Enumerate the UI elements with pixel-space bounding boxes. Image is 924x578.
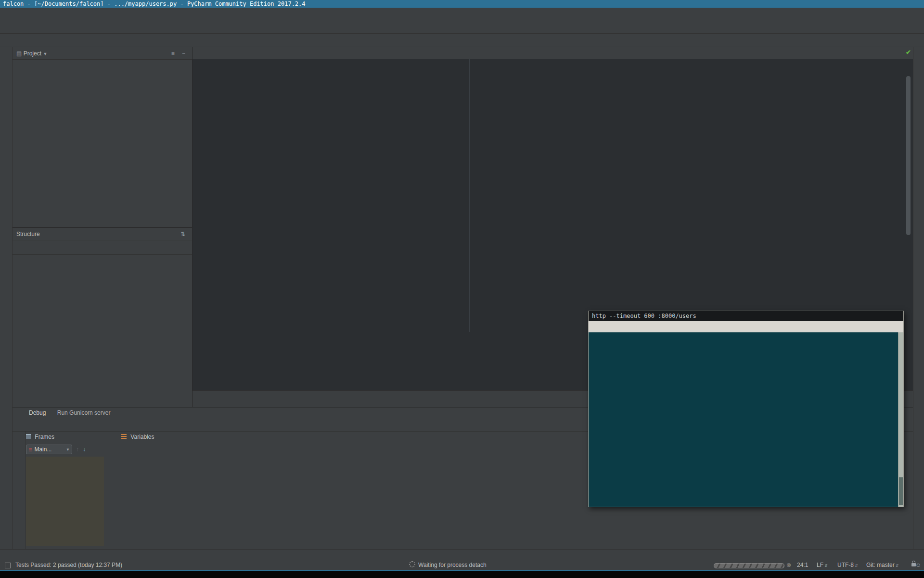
toolwindow-toggle-icon[interactable] [5,563,11,568]
line-ending[interactable]: LF⇵ [817,560,828,571]
terminal-menu [589,321,903,332]
variables-title: Variables [130,434,154,440]
frames-panel: Frames ≣ Main... ▼ ↑ ↓ [26,432,104,549]
watches-toolbar [107,432,118,549]
tests-status[interactable]: Tests Passed: 2 passed (today 12:37 PM) [15,560,122,570]
terminal-window[interactable]: http --timeout 600 :8000/users [588,311,904,507]
debug-run-config-label: Run Gunicorn server [57,409,111,416]
terminal-scrollbar[interactable] [898,332,903,507]
editor-tabs [192,47,913,59]
frame-up-icon[interactable]: ↑ [76,446,79,453]
frames-icon [26,434,31,439]
project-panel: ▤ Project ▼ ≡ − [13,47,192,227]
variables-icon [121,434,127,439]
structure-expand-icon[interactable]: ⇅ [180,228,188,240]
menu-bar [0,8,924,18]
structure-panel-header[interactable]: Structure ⇅ [13,228,192,240]
spinner-icon [409,561,415,567]
thread-selector[interactable]: ≣ Main... ▼ [26,445,72,454]
progress-bar [714,563,784,568]
right-margin-guide [469,59,470,332]
status-bar: Tests Passed: 2 passed (today 12:37 PM) … [0,560,924,570]
frame-down-icon[interactable]: ↓ [83,446,86,453]
project-panel-header[interactable]: ▤ Project ▼ ≡ − [13,47,192,60]
thread-icon: ≣ [28,447,32,452]
terminal-title[interactable]: http --timeout 600 :8000/users [589,311,903,321]
left-tool-stripe [0,47,13,549]
project-panel-icon: ▤ [16,50,24,57]
pycharm-window: falcon - [~/Documents/falcon] - .../myap… [0,0,924,578]
frames-title: Frames [35,434,54,440]
process-status: Waiting for process detach [418,562,487,568]
inspections-ok-icon[interactable]: ✔ [906,49,911,56]
debug-left-toolbar [13,432,26,549]
breadcrumb [0,34,924,47]
structure-panel: Structure ⇅ [13,227,192,407]
terminal-output[interactable] [589,332,898,507]
structure-panel-title: Structure [16,231,40,237]
system-taskbar [0,571,924,578]
caret-position[interactable]: 24:1 [797,560,808,570]
git-branch[interactable]: Git: master⇵ [866,560,898,571]
tool-window-bar [0,549,924,560]
right-tool-stripe [913,47,924,549]
structure-toolbar [13,240,192,255]
hector-icon[interactable]: ☺ [915,560,921,570]
project-panel-actions[interactable]: ≡ − [171,47,188,60]
window-title: falcon - [~/Documents/falcon] - .../myap… [0,0,924,8]
stop-progress-icon[interactable]: ⊗ [786,560,791,570]
encoding[interactable]: UTF-8⇵ [837,560,858,571]
main-toolbar [0,18,924,34]
project-panel-title: Project [24,50,41,57]
editor-scrollbar[interactable] [906,76,911,235]
debug-panel-title: Debug [29,409,46,416]
